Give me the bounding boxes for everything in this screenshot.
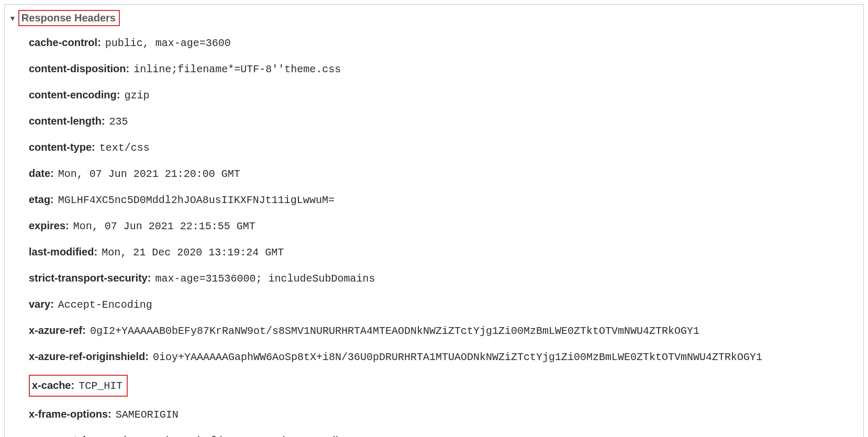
header-name: content-length:	[29, 115, 105, 127]
header-value: Mon, 07 Jun 2021 22:15:55 GMT	[73, 220, 255, 232]
header-value: 235	[109, 116, 128, 128]
header-row: x-frame-options:SAMEORIGIN	[29, 406, 859, 423]
header-row: etag:MGLHF4XC5nc5D0Mddl2hJOA8usIIKXFNJt1…	[29, 192, 859, 208]
header-name: expires:	[29, 220, 69, 231]
header-row: date:Mon, 07 Jun 2021 21:20:00 GMT	[29, 165, 859, 182]
header-row: last-modified:Mon, 21 Dec 2020 13:19:24 …	[29, 244, 859, 261]
header-row: expires:Mon, 07 Jun 2021 22:15:55 GMT	[29, 218, 859, 234]
header-value: 0ioy+YAAAAAAGaphWW6AoSp8tX+i8N/36U0pDRUR…	[153, 351, 762, 363]
header-value: Mon, 21 Dec 2020 13:19:24 GMT	[102, 246, 284, 259]
header-row: x-azure-ref:0gI2+YAAAAAB0bEFy87KrRaNW9ot…	[29, 322, 859, 339]
header-row: x-azure-ref-originshield:0ioy+YAAAAAAGap…	[29, 349, 859, 365]
header-name: content-encoding:	[29, 89, 120, 100]
header-value: TCP_HIT	[79, 380, 123, 392]
header-row: content-encoding:gzip	[29, 87, 859, 104]
header-row: content-type:text/css	[29, 139, 859, 156]
header-value: Accept-Encoding	[58, 299, 152, 311]
header-name: content-disposition:	[29, 63, 129, 74]
headers-list: cache-control:public, max-age=3600 conte…	[9, 35, 859, 437]
header-value: SAMEORIGIN	[116, 409, 179, 421]
header-value: public, max-age=3600	[105, 37, 231, 49]
header-name: vary:	[29, 298, 54, 310]
header-row: x-cache:TCP_HIT	[29, 375, 859, 397]
header-row: strict-transport-security:max-age=315360…	[29, 270, 859, 287]
header-name: last-modified:	[29, 246, 97, 257]
header-value: inline;filename*=UTF-8''theme.css	[133, 63, 341, 75]
header-value: MGLHF4XC5nc5D0Mddl2hJOA8usIIKXFNJt11igLw…	[58, 194, 335, 206]
header-name: x-ms-portal-app:	[29, 434, 112, 437]
header-row: content-disposition:inline;filename*=UTF…	[29, 61, 859, 77]
header-name: content-type:	[29, 141, 95, 153]
header-value: text/css	[99, 142, 150, 154]
section-title: Response Headers	[21, 12, 116, 24]
header-name: x-cache:	[32, 379, 74, 391]
header-value: 0gI2+YAAAAAB0bEFy87KrRaNW9ot/s8SMV1NURUR…	[90, 325, 699, 337]
header-row: vary:Accept-Encoding	[29, 296, 859, 313]
header-name: date:	[29, 167, 54, 179]
header-row: x-ms-portal-app:sites-91b6188b-fd62-4e23…	[29, 432, 859, 437]
header-value: max-age=31536000; includeSubDomains	[155, 273, 375, 285]
header-name: cache-control:	[29, 37, 101, 48]
header-value: sites-91b6188b-fd62-4e23-ad11-1166db659a…	[116, 435, 411, 437]
header-name: x-frame-options:	[29, 408, 112, 420]
header-name: etag:	[29, 194, 54, 205]
disclosure-triangle-icon[interactable]: ▼	[9, 14, 16, 23]
header-name: strict-transport-security:	[29, 272, 151, 284]
header-value: Mon, 07 Jun 2021 21:20:00 GMT	[58, 168, 240, 180]
header-row: cache-control:public, max-age=3600	[29, 35, 859, 51]
header-name: x-azure-ref:	[29, 324, 86, 336]
header-value: gzip	[124, 89, 149, 102]
section-header[interactable]: ▼ Response Headers	[9, 10, 859, 26]
header-name: x-azure-ref-originshield:	[29, 351, 149, 362]
header-row: content-length:235	[29, 113, 859, 130]
response-headers-panel: ▼ Response Headers cache-control:public,…	[4, 4, 864, 437]
